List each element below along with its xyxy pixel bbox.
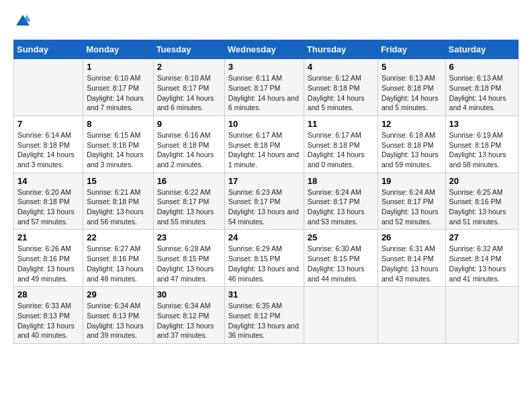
header-cell-sunday: Sunday <box>14 40 83 59</box>
day-cell: 10 Sunrise: 6:17 AMSunset: 8:18 PMDaylig… <box>224 116 304 173</box>
day-cell: 17 Sunrise: 6:23 AMSunset: 8:17 PMDaylig… <box>224 173 304 230</box>
day-number: 21 <box>17 232 79 242</box>
week-row-2: 7 Sunrise: 6:14 AMSunset: 8:18 PMDayligh… <box>14 116 519 173</box>
day-info: Sunrise: 6:28 AMSunset: 8:15 PMDaylight:… <box>157 244 221 283</box>
header-cell-friday: Friday <box>378 40 445 59</box>
day-number: 23 <box>157 232 221 242</box>
day-number: 12 <box>382 119 442 129</box>
day-number: 8 <box>87 119 149 129</box>
day-info: Sunrise: 6:27 AMSunset: 8:16 PMDaylight:… <box>87 244 149 283</box>
day-cell <box>378 287 445 344</box>
day-number: 10 <box>228 119 300 129</box>
calendar-table: SundayMondayTuesdayWednesdayThursdayFrid… <box>13 40 519 344</box>
day-number: 18 <box>308 176 374 186</box>
day-cell: 22 Sunrise: 6:27 AMSunset: 8:16 PMDaylig… <box>83 230 153 287</box>
day-info: Sunrise: 6:24 AMSunset: 8:17 PMDaylight:… <box>308 187 374 227</box>
day-info: Sunrise: 6:11 AMSunset: 8:17 PMDaylight:… <box>228 73 300 113</box>
day-cell: 2 Sunrise: 6:10 AMSunset: 8:17 PMDayligh… <box>153 59 224 116</box>
logo <box>13 13 31 33</box>
day-cell: 23 Sunrise: 6:28 AMSunset: 8:15 PMDaylig… <box>153 230 224 287</box>
day-number: 31 <box>228 289 300 300</box>
day-cell: 16 Sunrise: 6:22 AMSunset: 8:17 PMDaylig… <box>153 173 224 230</box>
week-row-5: 28 Sunrise: 6:33 AMSunset: 8:13 PMDaylig… <box>14 287 519 344</box>
day-cell: 30 Sunrise: 6:34 AMSunset: 8:12 PMDaylig… <box>153 287 224 344</box>
day-cell: 24 Sunrise: 6:29 AMSunset: 8:15 PMDaylig… <box>224 230 304 287</box>
day-info: Sunrise: 6:13 AMSunset: 8:18 PMDaylight:… <box>449 73 515 113</box>
day-info: Sunrise: 6:19 AMSunset: 8:18 PMDaylight:… <box>449 130 515 170</box>
day-number: 17 <box>228 176 300 186</box>
day-cell <box>445 287 518 344</box>
day-info: Sunrise: 6:33 AMSunset: 8:13 PMDaylight:… <box>17 301 79 340</box>
day-number: 30 <box>157 289 221 300</box>
day-cell: 8 Sunrise: 6:15 AMSunset: 8:18 PMDayligh… <box>83 116 153 173</box>
week-row-3: 14 Sunrise: 6:20 AMSunset: 8:18 PMDaylig… <box>14 173 519 230</box>
day-number: 4 <box>308 62 374 72</box>
day-info: Sunrise: 6:29 AMSunset: 8:15 PMDaylight:… <box>228 244 300 283</box>
day-cell: 15 Sunrise: 6:21 AMSunset: 8:18 PMDaylig… <box>83 173 153 230</box>
logo-icon <box>15 13 31 30</box>
header-cell-saturday: Saturday <box>445 40 518 59</box>
day-number: 26 <box>382 232 442 242</box>
day-number: 11 <box>308 119 374 129</box>
calendar-body: 1 Sunrise: 6:10 AMSunset: 8:17 PMDayligh… <box>14 59 519 344</box>
day-number: 13 <box>449 119 515 129</box>
day-cell: 9 Sunrise: 6:16 AMSunset: 8:18 PMDayligh… <box>153 116 224 173</box>
day-cell: 4 Sunrise: 6:12 AMSunset: 8:18 PMDayligh… <box>304 59 378 116</box>
calendar-header: SundayMondayTuesdayWednesdayThursdayFrid… <box>14 40 519 59</box>
day-number: 2 <box>157 62 221 72</box>
day-info: Sunrise: 6:24 AMSunset: 8:17 PMDaylight:… <box>382 187 442 227</box>
day-info: Sunrise: 6:12 AMSunset: 8:18 PMDaylight:… <box>308 73 374 113</box>
day-cell <box>304 287 378 344</box>
day-info: Sunrise: 6:17 AMSunset: 8:18 PMDaylight:… <box>228 130 300 170</box>
day-number: 24 <box>228 232 300 242</box>
day-cell: 21 Sunrise: 6:26 AMSunset: 8:16 PMDaylig… <box>14 230 83 287</box>
day-cell: 20 Sunrise: 6:25 AMSunset: 8:16 PMDaylig… <box>445 173 518 230</box>
day-cell: 3 Sunrise: 6:11 AMSunset: 8:17 PMDayligh… <box>224 59 304 116</box>
day-cell: 29 Sunrise: 6:34 AMSunset: 8:13 PMDaylig… <box>83 287 153 344</box>
day-info: Sunrise: 6:21 AMSunset: 8:18 PMDaylight:… <box>87 187 149 227</box>
day-cell: 26 Sunrise: 6:31 AMSunset: 8:14 PMDaylig… <box>378 230 445 287</box>
day-info: Sunrise: 6:15 AMSunset: 8:18 PMDaylight:… <box>87 130 149 170</box>
day-info: Sunrise: 6:32 AMSunset: 8:14 PMDaylight:… <box>449 244 515 283</box>
day-cell: 31 Sunrise: 6:35 AMSunset: 8:12 PMDaylig… <box>224 287 304 344</box>
day-info: Sunrise: 6:17 AMSunset: 8:18 PMDaylight:… <box>308 130 374 170</box>
day-number: 22 <box>87 232 149 242</box>
day-info: Sunrise: 6:30 AMSunset: 8:15 PMDaylight:… <box>308 244 374 283</box>
day-number: 9 <box>157 119 221 129</box>
day-cell: 1 Sunrise: 6:10 AMSunset: 8:17 PMDayligh… <box>83 59 153 116</box>
header-row: SundayMondayTuesdayWednesdayThursdayFrid… <box>14 40 519 59</box>
day-cell: 11 Sunrise: 6:17 AMSunset: 8:18 PMDaylig… <box>304 116 378 173</box>
day-info: Sunrise: 6:22 AMSunset: 8:17 PMDaylight:… <box>157 187 221 227</box>
day-cell: 18 Sunrise: 6:24 AMSunset: 8:17 PMDaylig… <box>304 173 378 230</box>
day-cell <box>14 59 83 116</box>
day-info: Sunrise: 6:34 AMSunset: 8:13 PMDaylight:… <box>87 301 149 340</box>
header-cell-tuesday: Tuesday <box>153 40 224 59</box>
day-info: Sunrise: 6:25 AMSunset: 8:16 PMDaylight:… <box>449 187 515 227</box>
day-info: Sunrise: 6:23 AMSunset: 8:17 PMDaylight:… <box>228 187 300 227</box>
day-number: 15 <box>87 176 149 186</box>
day-info: Sunrise: 6:16 AMSunset: 8:18 PMDaylight:… <box>157 130 221 170</box>
day-cell: 27 Sunrise: 6:32 AMSunset: 8:14 PMDaylig… <box>445 230 518 287</box>
day-number: 19 <box>382 176 442 186</box>
page-header <box>13 13 519 33</box>
day-info: Sunrise: 6:26 AMSunset: 8:16 PMDaylight:… <box>17 244 79 283</box>
day-number: 5 <box>382 62 442 72</box>
day-number: 28 <box>17 289 79 300</box>
day-number: 25 <box>308 232 374 242</box>
header-cell-wednesday: Wednesday <box>224 40 304 59</box>
day-cell: 5 Sunrise: 6:13 AMSunset: 8:18 PMDayligh… <box>378 59 445 116</box>
day-number: 3 <box>228 62 300 72</box>
day-info: Sunrise: 6:10 AMSunset: 8:17 PMDaylight:… <box>87 73 149 113</box>
day-info: Sunrise: 6:35 AMSunset: 8:12 PMDaylight:… <box>228 301 300 340</box>
day-info: Sunrise: 6:14 AMSunset: 8:18 PMDaylight:… <box>17 130 79 170</box>
day-number: 6 <box>449 62 515 72</box>
day-number: 7 <box>17 119 79 129</box>
day-number: 27 <box>449 232 515 242</box>
day-info: Sunrise: 6:31 AMSunset: 8:14 PMDaylight:… <box>382 244 442 283</box>
day-cell: 6 Sunrise: 6:13 AMSunset: 8:18 PMDayligh… <box>445 59 518 116</box>
day-number: 20 <box>449 176 515 186</box>
day-number: 16 <box>157 176 221 186</box>
day-info: Sunrise: 6:13 AMSunset: 8:18 PMDaylight:… <box>382 73 442 113</box>
day-cell: 14 Sunrise: 6:20 AMSunset: 8:18 PMDaylig… <box>14 173 83 230</box>
day-number: 14 <box>17 176 79 186</box>
